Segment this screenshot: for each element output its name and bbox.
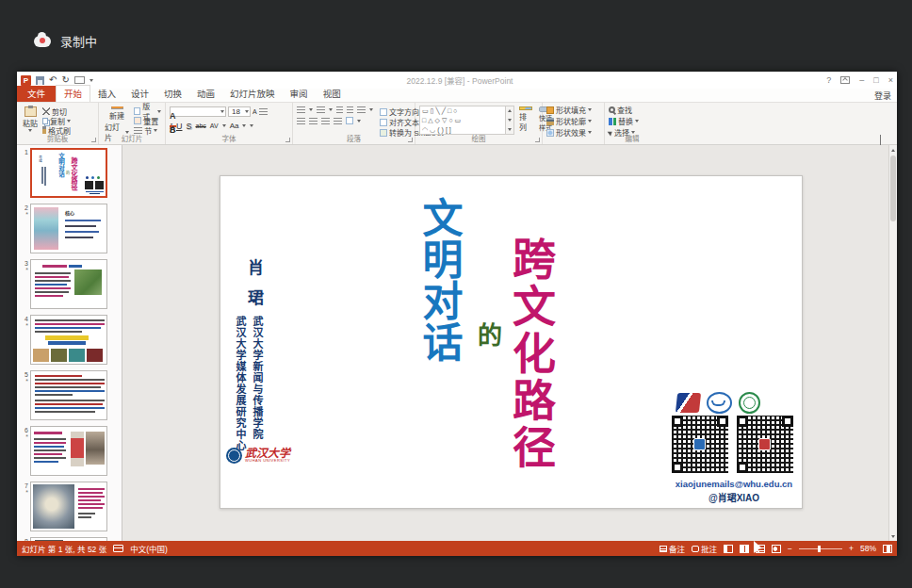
font-name-combobox[interactable] bbox=[170, 106, 226, 117]
close-button[interactable]: × bbox=[888, 75, 893, 85]
align-center-icon[interactable] bbox=[309, 118, 318, 124]
slide-thumbnail-1[interactable]: 肖珺 文明对话 的 跨文化路径 bbox=[30, 148, 107, 198]
start-slideshow-icon[interactable] bbox=[74, 76, 85, 84]
language-indicator[interactable]: 中文(中国) bbox=[130, 543, 168, 554]
save-icon[interactable] bbox=[36, 76, 44, 85]
shapes-row[interactable]: □△◇▽○▭ bbox=[422, 116, 503, 125]
tab-transitions[interactable]: 切换 bbox=[156, 86, 189, 102]
shapes-row[interactable]: ▭▯╲╱□○ bbox=[422, 106, 503, 116]
decrease-indent-icon[interactable] bbox=[336, 106, 343, 113]
slide-thumbnail-panel[interactable]: 1 肖珺 文明对话 的 跨文化路径 2* bbox=[17, 145, 122, 541]
ribbon-display-options-icon[interactable] bbox=[840, 76, 850, 84]
replace-button[interactable]: 替换 bbox=[609, 116, 656, 126]
fit-to-window-icon[interactable] bbox=[883, 545, 892, 553]
zoom-slider[interactable] bbox=[799, 548, 842, 549]
reset-button[interactable]: 重置 bbox=[134, 116, 161, 125]
dialog-launcher-icon[interactable] bbox=[285, 138, 290, 142]
slide-number: 5 bbox=[24, 371, 28, 378]
shape-effects-button[interactable]: 形状效果 bbox=[546, 127, 600, 138]
tab-animations[interactable]: 动画 bbox=[189, 86, 222, 102]
slide-thumbnail-4[interactable] bbox=[30, 315, 107, 365]
slide-affiliations[interactable]: 武汉大学新闻与传播学院 武汉大学媒体发展研究中心 bbox=[232, 316, 266, 466]
shapes-gallery[interactable]: ▭▯╲╱□○ □△◇▽○▭ ◠◡()[] bbox=[419, 106, 506, 135]
comments-toggle[interactable]: 批注 bbox=[692, 543, 717, 554]
tab-file[interactable]: 文件 bbox=[17, 86, 56, 102]
strikethrough-button[interactable]: abc bbox=[196, 122, 206, 129]
slide-connector[interactable]: 的 bbox=[478, 316, 502, 351]
slide-sorter-view-button[interactable] bbox=[740, 545, 749, 553]
align-left-icon[interactable] bbox=[297, 118, 305, 124]
new-slide-button[interactable]: 新建 幻灯片 bbox=[103, 106, 131, 133]
slide-editor[interactable]: 文明对话 的 跨文化路径 肖珺 武汉大学新闻与传播学院 武汉大学媒体发展研究中心… bbox=[220, 175, 803, 509]
text-shadow-button[interactable]: S bbox=[187, 122, 192, 131]
notes-toggle[interactable]: 备注 bbox=[660, 543, 685, 554]
slide-thumbnail-7[interactable] bbox=[30, 482, 107, 531]
sign-in-link[interactable]: 登录 bbox=[874, 90, 891, 102]
character-spacing-button[interactable]: AV bbox=[210, 122, 219, 129]
font-size-combobox[interactable]: 18 bbox=[228, 106, 251, 117]
slide-thumbnail-5[interactable] bbox=[30, 370, 107, 420]
justify-icon[interactable] bbox=[334, 118, 342, 124]
shape-outline-button[interactable]: 形状轮廓 bbox=[546, 116, 600, 126]
keyboard-language-icon[interactable] bbox=[113, 545, 123, 552]
change-case-button[interactable]: Aa bbox=[230, 122, 239, 130]
slide-title-blue[interactable]: 文明对话 bbox=[418, 197, 459, 363]
tab-design[interactable]: 设计 bbox=[123, 86, 156, 102]
tab-slideshow[interactable]: 幻灯片放映 bbox=[222, 86, 283, 102]
thumbnail-row: 4* bbox=[17, 315, 122, 365]
scroll-up-icon[interactable] bbox=[889, 145, 897, 155]
slide-thumbnail-3[interactable] bbox=[30, 259, 107, 309]
maximize-button[interactable]: □ bbox=[873, 75, 878, 85]
bullets-icon[interactable] bbox=[297, 106, 305, 113]
cut-button[interactable]: 剪切 bbox=[42, 106, 71, 116]
paste-button[interactable]: 粘贴 bbox=[21, 106, 40, 133]
slide-title-magenta[interactable]: 跨文化路径 bbox=[509, 237, 552, 472]
numbering-icon[interactable] bbox=[317, 106, 325, 113]
undo-icon[interactable]: ↶ bbox=[49, 75, 57, 85]
shapes-gallery-scroll[interactable] bbox=[506, 106, 514, 135]
collapse-ribbon-icon[interactable] bbox=[880, 136, 888, 140]
vertical-scrollbar[interactable] bbox=[888, 145, 897, 541]
zoom-out-button[interactable]: − bbox=[788, 544, 792, 553]
tab-view[interactable]: 视图 bbox=[316, 86, 349, 102]
underline-button[interactable]: U bbox=[176, 122, 183, 131]
paste-dropdown-icon[interactable] bbox=[28, 129, 32, 132]
grow-font-button[interactable]: A bbox=[170, 111, 176, 113]
slide-author[interactable]: 肖珺 bbox=[246, 259, 262, 319]
tab-insert[interactable]: 插入 bbox=[90, 86, 123, 102]
tab-review[interactable]: 审阅 bbox=[283, 86, 316, 102]
dialog-launcher-icon[interactable] bbox=[408, 138, 413, 142]
font-color-button[interactable]: A bbox=[170, 125, 176, 127]
animation-star-icon: * bbox=[25, 269, 28, 272]
columns-icon[interactable] bbox=[346, 117, 353, 124]
tab-home[interactable]: 开始 bbox=[56, 85, 90, 102]
zoom-in-button[interactable]: + bbox=[849, 544, 854, 553]
slide-canvas-area[interactable]: 文明对话 的 跨文化路径 肖珺 武汉大学新闻与传播学院 武汉大学媒体发展研究中心… bbox=[122, 145, 897, 541]
line-spacing-icon[interactable] bbox=[357, 106, 366, 113]
zoom-level[interactable]: 58% bbox=[860, 544, 876, 553]
redo-icon[interactable]: ↻ bbox=[61, 75, 69, 85]
normal-view-button[interactable] bbox=[724, 545, 733, 553]
slide-thumbnail-2[interactable]: 核心 bbox=[30, 204, 107, 253]
find-button[interactable]: 查找 bbox=[609, 105, 656, 115]
slide-thumbnail-6[interactable] bbox=[30, 426, 107, 476]
minimize-button[interactable]: – bbox=[859, 75, 864, 85]
dialog-launcher-icon[interactable] bbox=[91, 138, 96, 142]
arrange-button[interactable]: 排列 bbox=[517, 106, 534, 133]
align-right-icon[interactable] bbox=[321, 118, 330, 124]
increase-indent-icon[interactable] bbox=[347, 106, 353, 113]
shrink-font-button[interactable]: A bbox=[252, 108, 257, 115]
cut-icon bbox=[42, 107, 50, 115]
social-handle-text: @肖珺XIAO bbox=[654, 490, 814, 504]
clear-formatting-icon[interactable] bbox=[259, 108, 268, 115]
dialog-launcher-icon[interactable] bbox=[535, 138, 540, 142]
shape-fill-button[interactable]: 形状填充 bbox=[546, 105, 600, 115]
copy-button[interactable]: 复制 bbox=[42, 116, 71, 125]
help-button[interactable]: ? bbox=[826, 75, 831, 85]
slideshow-view-button[interactable] bbox=[772, 545, 781, 553]
layout-button[interactable]: 版式 bbox=[134, 106, 161, 116]
scroll-down-icon[interactable] bbox=[889, 531, 897, 541]
zoom-slider-thumb[interactable] bbox=[818, 546, 821, 552]
scrollbar-thumb[interactable] bbox=[890, 155, 896, 221]
thumbnail-image bbox=[71, 432, 84, 466]
